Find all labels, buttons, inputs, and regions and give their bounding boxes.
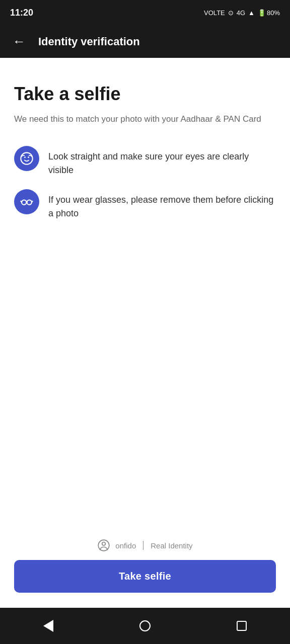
home-circle-icon: [139, 620, 151, 631]
nav-title: Identity verification: [38, 35, 140, 48]
back-button[interactable]: ←: [10, 31, 28, 52]
recents-square-icon: [237, 621, 247, 631]
svg-point-9: [102, 542, 106, 546]
svg-point-4: [27, 200, 32, 204]
bottom-nav: [0, 608, 290, 644]
nav-recents-button[interactable]: [227, 611, 257, 641]
svg-point-1: [24, 156, 26, 158]
onfido-name: onfido: [115, 541, 136, 550]
nav-back-button[interactable]: [33, 611, 63, 641]
instruction-text-remove-glasses: If you wear glasses, please remove them …: [48, 189, 276, 220]
signal-bars-icon: ▲: [248, 9, 255, 17]
onfido-divider: [143, 541, 143, 550]
signal-icon: VOLTE: [204, 9, 225, 17]
onfido-branding: onfido Real Identity: [97, 539, 192, 552]
battery-icon: 🔋80%: [258, 9, 280, 17]
glasses-icon-container: [14, 189, 39, 214]
network-icon: 4G: [237, 9, 245, 17]
svg-line-7: [32, 201, 33, 202]
onfido-tagline: Real Identity: [151, 541, 192, 550]
status-bar: 11:20 VOLTE ⊙ 4G ▲ 🔋80%: [0, 0, 290, 25]
face-icon: [20, 151, 34, 166]
svg-point-3: [22, 200, 26, 204]
instruction-item-look-straight: Look straight and make sure your eyes ar…: [14, 146, 276, 177]
status-icons: VOLTE ⊙ 4G ▲ 🔋80%: [204, 9, 280, 17]
svg-point-0: [21, 152, 32, 164]
nav-bar: ← Identity verification: [0, 25, 290, 58]
back-triangle-icon: [43, 620, 53, 632]
instructions-list: Look straight and make sure your eyes ar…: [14, 146, 276, 220]
instruction-item-remove-glasses: If you wear glasses, please remove them …: [14, 189, 276, 220]
onfido-logo-icon: [97, 539, 110, 552]
page-heading: Take a selfie: [14, 83, 276, 105]
svg-line-6: [21, 201, 22, 202]
main-content: Take a selfie We need this to match your…: [0, 58, 290, 608]
footer-area: onfido Real Identity Take selfie: [14, 539, 276, 598]
nav-home-button[interactable]: [130, 611, 160, 641]
wifi-icon: ⊙: [228, 9, 234, 17]
instruction-text-look-straight: Look straight and make sure your eyes ar…: [48, 146, 276, 177]
back-arrow-icon: ←: [13, 34, 26, 49]
page-subtitle: We need this to match your photo with yo…: [14, 113, 276, 126]
take-selfie-button[interactable]: Take selfie: [14, 560, 276, 593]
svg-point-2: [28, 156, 29, 158]
glasses-icon: [20, 195, 34, 209]
status-time: 11:20: [10, 8, 33, 18]
face-icon-container: [14, 146, 39, 171]
